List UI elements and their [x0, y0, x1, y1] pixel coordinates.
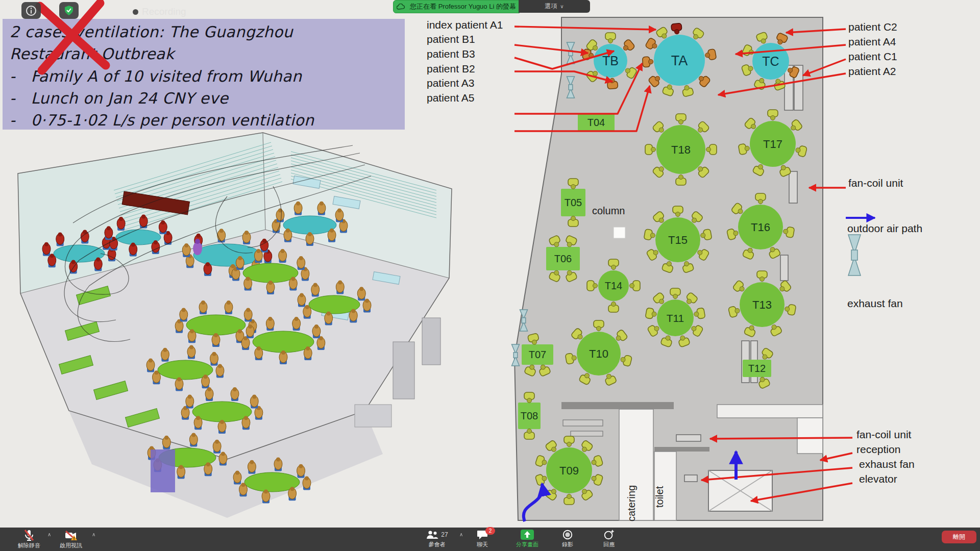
floor-plan: TBTATCT17T18T15T16T14T11T13T10T09T04T05T… [510, 15, 883, 525]
table-label: T10 [589, 347, 608, 360]
slide-bullet: - Lunch on Jan 24 CNY eve [10, 89, 229, 107]
exhaust-fan-symbol [848, 235, 861, 276]
record-icon [561, 529, 574, 540]
video-options-chevron[interactable]: ∧ [92, 532, 95, 537]
label-catering: catering [626, 485, 638, 521]
wall [561, 402, 674, 409]
legend-outdoor-air-label: outdoor air path [847, 222, 922, 235]
label-exhaust-fan-bottom: exhaust fan [859, 458, 915, 470]
recording-label: Recording [142, 6, 186, 17]
table-label: T13 [752, 298, 772, 311]
zoom-toolbar: 解除靜音 ∧ 啟用視訊 ∧ 27 參會者 ∧ [0, 528, 980, 551]
participants-chevron[interactable]: ∧ [459, 532, 463, 537]
chat-label: 聊天 [467, 541, 498, 548]
reactions-icon [603, 529, 615, 540]
table-label: TC [762, 54, 779, 68]
info-icon [25, 5, 37, 17]
column-marker [614, 227, 625, 238]
chevron-down-icon: ∨ [560, 4, 564, 9]
participants-label: 參會者 [418, 541, 456, 548]
table-label: T12 [748, 363, 766, 374]
label-column: column [592, 205, 625, 217]
fan-coil-unit [684, 475, 697, 482]
reception-desk [571, 431, 603, 436]
screen-share-banner: 您正在看 Professor Yuguo Li 的螢幕 [393, 0, 520, 13]
microphone-muted-icon [23, 529, 35, 541]
reception-area [797, 418, 823, 454]
red-annotation-arrow [710, 438, 852, 439]
table-label: T04 [587, 117, 605, 128]
share-label: 分享畫面 [508, 541, 547, 548]
table-label: T11 [667, 312, 684, 324]
table-label: T09 [559, 464, 579, 477]
fan-coil-unit [676, 435, 701, 441]
label-fan-coil-bottom: fan-coil unit [856, 429, 911, 441]
table-T18: T18 [645, 114, 717, 185]
leave-meeting-button[interactable]: 離開 [942, 531, 976, 543]
share-options-button[interactable]: 選項 ∨ [519, 0, 590, 13]
label-patient-c2: patient C2 [848, 21, 897, 33]
label-toilet: toilet [654, 486, 666, 508]
recording-dot-icon [133, 9, 138, 15]
participants-button[interactable]: 27 參會者 [418, 529, 456, 548]
legend-exhaust-fan-label: exhaust fan [847, 297, 903, 310]
label-elevator: elevator [859, 473, 897, 485]
share-screen-icon [520, 529, 534, 540]
label-patient-b1: patient B1 [427, 33, 475, 45]
record-label: 錄影 [552, 541, 583, 548]
shield-check-icon [63, 5, 75, 17]
label-reception: reception [856, 443, 900, 456]
table-label: T06 [554, 253, 572, 264]
table-label: T17 [763, 138, 782, 151]
slide-bullet: - 0·75-1·02 L/s per person ventilation [10, 111, 314, 129]
red-annotation-arrow [820, 453, 852, 460]
3d-simulation-view [8, 125, 457, 533]
table-label: TA [671, 53, 688, 68]
label-patient-a5: patient A5 [427, 92, 474, 104]
legend-fan-coil-label: fan-coil unit [848, 177, 903, 189]
record-button[interactable]: 錄影 [552, 529, 583, 548]
options-label: 選項 [545, 2, 557, 11]
mute-label: 解除靜音 [11, 542, 47, 549]
fan-coil-unit [780, 255, 788, 281]
table-label: T16 [751, 221, 770, 234]
encryption-badge-button[interactable] [59, 2, 79, 19]
banner-text: 您正在看 Professor Yuguo Li 的螢幕 [410, 2, 516, 11]
table-T04: T04 [578, 114, 615, 131]
label-patient-a4: patient A4 [848, 36, 896, 48]
mute-options-chevron[interactable]: ∧ [47, 532, 51, 537]
meeting-info-button[interactable] [21, 2, 41, 19]
service-counter [717, 405, 823, 418]
table-label: T14 [605, 280, 622, 291]
label-patient-b2: patient B2 [427, 63, 475, 75]
table-label: TB [602, 54, 619, 68]
leave-label: 離開 [953, 533, 965, 541]
participants-icon [426, 529, 439, 540]
reception-desk [563, 420, 603, 426]
video-label: 啟用視訊 [52, 542, 90, 549]
participants-count: 27 [441, 531, 448, 538]
table-label: T07 [529, 349, 546, 360]
label-index-patient-a1: index patient A1 [427, 19, 503, 31]
reactions-label: 回應 [594, 541, 624, 548]
recording-indicator: Recording [133, 6, 186, 17]
table-label: T18 [671, 143, 691, 156]
wall [654, 447, 709, 452]
label-patient-a2: patient A2 [848, 65, 896, 78]
table-label: T05 [565, 197, 582, 208]
start-video-button[interactable]: 啟用視訊 [52, 529, 90, 549]
mute-button[interactable]: 解除靜音 [11, 529, 47, 549]
reactions-button[interactable]: 回應 [594, 529, 624, 548]
label-patient-a3: patient A3 [427, 77, 474, 89]
label-patient-b3: patient B3 [427, 48, 475, 60]
table-label: T08 [521, 410, 538, 421]
camera-off-icon [64, 529, 78, 541]
fan-coil-unit [789, 171, 797, 203]
chat-badge: 2 [485, 527, 495, 535]
share-screen-button[interactable]: 分享畫面 [508, 529, 547, 548]
table-label: T15 [668, 234, 688, 246]
chat-button[interactable]: 聊天 2 [467, 529, 498, 548]
cloud-icon [397, 4, 405, 10]
label-patient-c1: patient C1 [848, 51, 897, 63]
